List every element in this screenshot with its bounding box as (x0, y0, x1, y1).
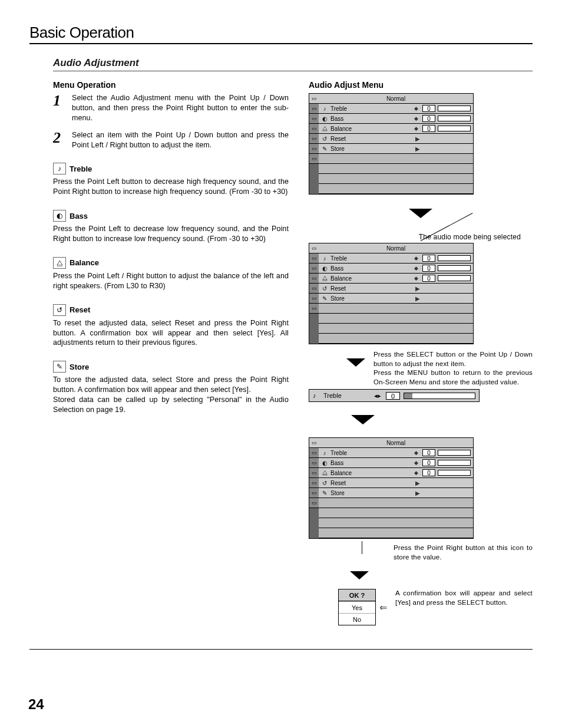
row-label: Store (330, 490, 413, 496)
tab-icon: ▭ (309, 304, 319, 314)
menu-row[interactable]: ✎Store▶ (319, 294, 473, 304)
row-label: Treble (330, 450, 412, 456)
confirm-yes[interactable]: Yes (339, 601, 375, 613)
arrow-down-icon (350, 571, 369, 579)
row-icon: ⧋ (321, 125, 328, 132)
row-value: 0 (422, 115, 435, 122)
row-icon: ♪ (321, 255, 328, 262)
left-column: Menu Operation 1 Select the Audio Adjust… (53, 80, 289, 625)
bass-icon: ◐ (53, 210, 66, 222)
tab-icon: ▭ (309, 438, 319, 448)
row-icon: ↺ (321, 480, 328, 486)
slider-value: 0 (386, 392, 400, 400)
lr-arrows-icon: ◆ (414, 470, 420, 476)
row-bar (438, 126, 471, 131)
menu-mode-label: Normal (319, 438, 473, 448)
right-caret-icon: ▶ (415, 480, 421, 486)
right-caret-icon: ▶ (415, 136, 421, 142)
menu-tab-rail: ▭▭▭▭▭▭▭ (309, 243, 319, 344)
menu-tab-rail: ▭▭▭▭▭▭▭ (309, 438, 319, 538)
tab-icon: ▭ (309, 104, 319, 114)
osd-menu: ▭▭▭▭▭▭▭Normal♪Treble◆0◐Bass◆0⧋Balance◆0↺… (309, 243, 474, 344)
menu-row-blank (319, 164, 473, 174)
row-icon: ↺ (321, 136, 328, 142)
row-icon: ⧋ (321, 469, 328, 476)
balance-icon: ⧋ (53, 257, 66, 269)
treble-icon: ♪ (53, 163, 66, 174)
tab-icon: ▭ (309, 284, 319, 294)
menu-row[interactable]: ↺Reset▶ (319, 134, 473, 144)
menu-row[interactable]: ♪Treble◆0 (319, 448, 473, 458)
item-description: To store the adjusted data, select Store… (53, 375, 289, 415)
treble-icon: ♪ (313, 392, 320, 399)
row-bar (438, 255, 471, 261)
row-bar (438, 470, 471, 476)
row-icon: ↺ (321, 285, 328, 292)
menu-row-blank (319, 498, 473, 508)
row-label: Treble (330, 255, 412, 262)
tab-icon: ▭ (309, 114, 319, 124)
item-name: Balance (70, 258, 99, 267)
row-label: Bass (330, 116, 412, 122)
pointer-left-icon: ⇐ (379, 602, 387, 613)
annotation-confirm: A confirmation box will appear and selec… (395, 589, 533, 607)
osd-slider-row: ♪ Treble ◂▸ 0 (309, 389, 480, 402)
arrow-down-icon (346, 358, 365, 367)
menu-row-blank (319, 174, 473, 184)
menu-row[interactable]: ♪Treble◆0 (319, 253, 473, 263)
step-number: 2 (53, 130, 65, 150)
menu-row[interactable]: ✎Store▶ (319, 144, 473, 154)
menu-row[interactable]: ⧋Balance◆0 (319, 124, 473, 134)
tab-icon: ▭ (309, 488, 319, 498)
menu-row[interactable]: ↺Reset▶ (319, 478, 473, 488)
menu-row[interactable]: ◐Bass◆0 (319, 263, 473, 274)
callout-line (362, 541, 362, 554)
menu-row[interactable]: ◐Bass◆0 (319, 114, 473, 124)
tab-icon: ▭ (309, 448, 319, 458)
row-bar (438, 450, 471, 456)
adjust-item: ⧋BalancePress the Point Left / Right but… (53, 257, 289, 291)
menu-row[interactable]: ◐Bass◆0 (319, 458, 473, 468)
slider-track (404, 393, 475, 399)
menu-row-blank (319, 154, 473, 164)
tab-icon: ▭ (309, 458, 319, 468)
tab-icon: ▭ (309, 243, 319, 253)
menu-row[interactable]: ✎Store▶ (319, 488, 473, 498)
confirm-no[interactable]: No (339, 613, 375, 625)
menu-row[interactable]: ⧋Balance◆0 (319, 468, 473, 478)
row-icon: ♪ (321, 450, 328, 456)
right-caret-icon: ▶ (415, 146, 421, 152)
arrow-down-icon (409, 209, 432, 218)
page-rule (29, 649, 533, 650)
row-value: 0 (422, 275, 435, 282)
row-icon: ✎ (321, 146, 328, 152)
right-caret-icon: ▶ (415, 285, 421, 292)
menu-row[interactable]: ♪Treble◆0 (319, 104, 473, 114)
row-icon: ◐ (321, 265, 328, 272)
tab-icon: ▭ (309, 294, 319, 304)
row-label: Store (330, 146, 413, 152)
adjust-item: ◐BassPress the Point Left to decrease lo… (53, 210, 289, 244)
menu-row[interactable]: ⧋Balance◆0 (319, 274, 473, 284)
chapter-title: Basic Operation (29, 24, 533, 44)
osd-menu: ▭▭▭▭▭▭▭Normal♪Treble◆0◐Bass◆0⧋Balance◆0↺… (309, 93, 474, 195)
menu-row[interactable]: ↺Reset▶ (319, 284, 473, 294)
adjust-item: ↺ResetTo reset the adjusted data, select… (53, 304, 289, 348)
tab-icon: ▭ (309, 94, 319, 104)
menu-row-blank (319, 314, 473, 324)
lr-arrows-icon: ◆ (414, 255, 420, 261)
tab-icon: ▭ (309, 263, 319, 274)
tab-icon: ▭ (309, 154, 319, 164)
row-label: Reset (330, 480, 413, 486)
right-caret-icon: ▶ (415, 295, 421, 302)
lr-arrows-icon: ◆ (414, 275, 420, 281)
lr-arrows-icon: ◆ (414, 265, 420, 271)
lr-arrows-icon: ◆ (414, 460, 420, 466)
menu-operation-heading: Menu Operation (53, 80, 289, 90)
row-bar (438, 116, 471, 121)
item-name: Treble (70, 164, 92, 173)
annotation-next-item: Press the SELECT button or the Point Up … (373, 350, 533, 387)
item-name: Reset (70, 305, 90, 314)
item-description: Press the Point Left / Right button to a… (53, 271, 289, 291)
item-name: Bass (70, 212, 88, 220)
